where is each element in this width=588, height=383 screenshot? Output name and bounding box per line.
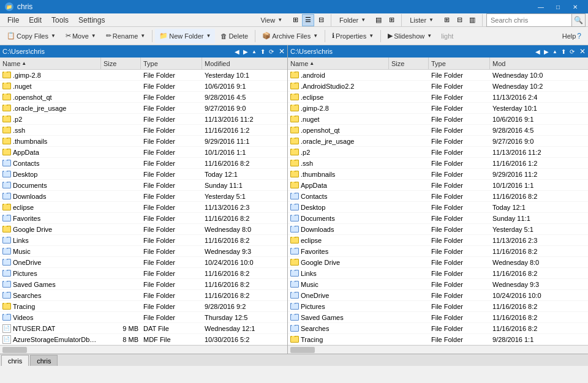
left-col-modified-header[interactable]: Modified <box>202 58 287 69</box>
archive-files-btn[interactable]: 📦 Archive Files ▼ <box>258 29 322 43</box>
file-row[interactable]: .gimp-2.8 File Folder Yesterday 10:1 <box>288 103 588 114</box>
file-row[interactable]: .android File Folder Wednesday 10:0 <box>288 70 588 81</box>
right-col-modified-header[interactable]: Mod <box>490 58 588 69</box>
file-row[interactable]: .thumbnails File Folder 9/29/2016 11:1 <box>0 136 287 147</box>
file-row[interactable]: .ssh File Folder 11/16/2016 1:2 <box>288 158 588 169</box>
file-row[interactable]: 📄 AzureStorageEmulatorDb45.mdf 8 MB MDF … <box>0 334 287 345</box>
file-row[interactable]: .ssh File Folder 11/16/2016 1:2 <box>0 125 287 136</box>
left-col-size-header[interactable]: Size <box>101 58 141 69</box>
view-menu-btn[interactable]: View ▼ <box>256 13 287 28</box>
help-btn[interactable]: Help ? <box>558 29 586 43</box>
file-row[interactable]: Favorites File Folder 11/16/2016 8:2 <box>0 213 287 224</box>
properties-btn[interactable]: ℹ Properties ▼ <box>328 29 378 43</box>
minimize-button[interactable]: — <box>533 1 549 12</box>
view-btn-2[interactable]: ☰ <box>302 14 314 26</box>
file-row[interactable]: .gimp-2.8 File Folder Yesterday 10:1 <box>0 70 287 81</box>
file-row[interactable]: .p2 File Folder 11/13/2016 11:2 <box>0 114 287 125</box>
tab-chris-1[interactable]: chris <box>1 355 29 366</box>
file-row[interactable]: Saved Games File Folder 11/16/2016 8:2 <box>0 279 287 290</box>
left-pane-close[interactable]: ✕ <box>279 47 285 56</box>
right-nav-up[interactable]: ▲ <box>551 49 559 54</box>
file-row[interactable]: eclipse File Folder 11/13/2016 2:3 <box>0 202 287 213</box>
file-row[interactable]: .AndroidStudio2.2 File Folder Wednesday … <box>288 81 588 92</box>
file-row[interactable]: Music File Folder Wednesday 9:3 <box>288 279 588 290</box>
file-row[interactable]: .thumbnails File Folder 9/29/2016 11:2 <box>288 169 588 180</box>
file-row[interactable]: Videos File Folder Thursday 12:5 <box>0 312 287 323</box>
file-row[interactable]: Documents File Folder Sunday 11:1 <box>288 213 588 224</box>
file-row[interactable]: Contacts File Folder 11/16/2016 8:2 <box>0 158 287 169</box>
right-nav-sync[interactable]: ⟳ <box>568 48 576 55</box>
file-row[interactable]: OneDrive File Folder 10/24/2016 10:0 <box>0 257 287 268</box>
view-btn-3[interactable]: ⊟ <box>315 14 327 26</box>
file-row[interactable]: Documents File Folder Sunday 11:1 <box>0 180 287 191</box>
file-row[interactable]: Downloads File Folder Yesterday 5:1 <box>288 224 588 235</box>
search-input[interactable] <box>486 13 572 27</box>
right-file-list[interactable]: .android File Folder Wednesday 10:0 .And… <box>288 70 588 345</box>
file-row[interactable]: Pictures File Folder 11/16/2016 8:2 <box>288 301 588 312</box>
right-col-type-header[interactable]: Type <box>429 58 490 69</box>
folder-menu-btn[interactable]: Folder ▼ <box>335 13 370 28</box>
left-file-list[interactable]: .gimp-2.8 File Folder Yesterday 10:1 .nu… <box>0 70 287 345</box>
file-row[interactable]: Contacts File Folder 11/16/2016 8:2 <box>288 191 588 202</box>
file-row[interactable]: .nuget File Folder 10/6/2016 9:1 <box>0 81 287 92</box>
copy-files-btn[interactable]: 📋 Copy Files ▼ <box>2 29 60 43</box>
delete-btn[interactable]: 🗑 Delete <box>216 29 252 43</box>
lister-view-btn-3[interactable]: ▥ <box>466 14 478 26</box>
file-row[interactable]: .p2 File Folder 11/13/2016 11:2 <box>288 147 588 158</box>
left-col-type-header[interactable]: Type <box>141 58 202 69</box>
file-row[interactable]: 📄 NTUSER.DAT 9 MB DAT File Wednesday 12:… <box>0 323 287 334</box>
file-row[interactable]: Favorites File Folder 11/16/2016 8:2 <box>288 246 588 257</box>
file-row[interactable]: .oracle_jre_usage File Folder 9/27/2016 … <box>288 136 588 147</box>
folder-view-btn-1[interactable]: ▤ <box>372 14 385 26</box>
lister-view-btn-1[interactable]: ⊞ <box>440 14 453 26</box>
right-col-name-header[interactable]: Name ▲ <box>288 58 389 69</box>
file-row[interactable]: .openshot_qt File Folder 9/28/2016 4:5 <box>288 125 588 136</box>
file-row[interactable]: AppData File Folder 10/1/2016 1:1 <box>288 180 588 191</box>
view-btn-1[interactable]: ⊞ <box>289 14 301 26</box>
left-nav-back[interactable]: ◀ <box>233 48 241 55</box>
file-row[interactable]: Google Drive File Folder Wednesday 8:0 <box>288 257 588 268</box>
right-hscrollbar[interactable] <box>288 345 588 354</box>
right-nav-root[interactable]: ⬆ <box>560 48 567 55</box>
right-col-size-header[interactable]: Size <box>389 58 429 69</box>
lister-btn[interactable]: Lister ▼ <box>405 13 438 28</box>
file-row[interactable]: Saved Games File Folder 11/16/2016 8:2 <box>288 312 588 323</box>
left-nav-root[interactable]: ⬆ <box>259 48 266 55</box>
tab-chris-2[interactable]: chris <box>30 355 58 366</box>
close-button[interactable]: ✕ <box>567 1 583 12</box>
menu-settings[interactable]: Settings <box>74 15 110 26</box>
file-row[interactable]: Searches File Folder 11/16/2016 8:2 <box>0 290 287 301</box>
menu-tools[interactable]: Tools <box>47 15 74 26</box>
right-nav-forward[interactable]: ▶ <box>543 48 550 55</box>
left-nav-sync[interactable]: ⟳ <box>268 48 275 55</box>
file-row[interactable]: Music File Folder Wednesday 9:3 <box>0 246 287 257</box>
file-row[interactable]: AppData File Folder 10/1/2016 1:1 <box>0 147 287 158</box>
move-btn[interactable]: ✂ Move ▼ <box>61 29 100 43</box>
search-button[interactable]: 🔍 <box>572 13 586 27</box>
menu-file[interactable]: File <box>2 15 24 26</box>
left-nav-up[interactable]: ▲ <box>251 49 258 54</box>
right-hscrollbar-thumb[interactable] <box>290 347 315 353</box>
file-row[interactable]: eclipse File Folder 11/13/2016 2:3 <box>288 235 588 246</box>
rename-btn[interactable]: ✏ Rename ▼ <box>102 29 150 43</box>
file-row[interactable]: Downloads File Folder Yesterday 5:1 <box>0 191 287 202</box>
maximize-button[interactable]: □ <box>550 1 566 12</box>
file-row[interactable]: .openshot_qt File Folder 9/28/2016 4:5 <box>0 92 287 103</box>
file-row[interactable]: .eclipse File Folder 11/13/2016 2:4 <box>288 92 588 103</box>
file-row[interactable]: Links File Folder 11/16/2016 8:2 <box>288 268 588 279</box>
file-row[interactable]: Links File Folder 11/16/2016 8:2 <box>0 235 287 246</box>
menu-edit[interactable]: Edit <box>24 15 47 26</box>
file-row[interactable]: Desktop File Folder Today 12:1 <box>288 202 588 213</box>
left-col-name-header[interactable]: Name ▲ <box>0 58 101 69</box>
right-pane-close[interactable]: ✕ <box>579 47 586 56</box>
file-row[interactable]: Searches File Folder 11/16/2016 8:2 <box>288 323 588 334</box>
file-row[interactable]: OneDrive File Folder 10/24/2016 10:0 <box>288 290 588 301</box>
file-row[interactable]: Desktop File Folder Today 12:1 <box>0 169 287 180</box>
slideshow-btn[interactable]: ▶ Slideshow ▼ <box>383 29 436 43</box>
file-row[interactable]: Tracing File Folder 9/28/2016 1:1 <box>288 334 588 345</box>
lister-view-btn-2[interactable]: ⊟ <box>453 14 466 26</box>
file-row[interactable]: .oracle_jre_usage File Folder 9/27/2016 … <box>0 103 287 114</box>
file-row[interactable]: Pictures File Folder 11/16/2016 8:2 <box>0 268 287 279</box>
left-hscrollbar-thumb[interactable] <box>2 347 27 353</box>
left-nav-forward[interactable]: ▶ <box>242 48 249 55</box>
